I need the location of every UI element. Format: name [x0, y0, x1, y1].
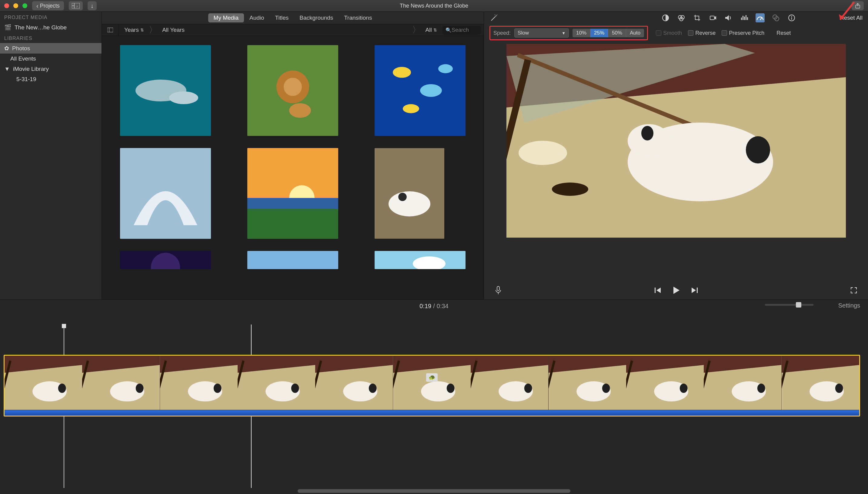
svg-rect-42 [744, 17, 745, 20]
media-grid [102, 36, 484, 299]
speed-reset-button[interactable]: Reset [776, 30, 791, 36]
media-thumb-partial-2[interactable] [247, 251, 338, 269]
sidebar-project-item[interactable]: 🎬 The New…he Globe [0, 22, 102, 33]
speed-25-button[interactable]: 25% [591, 29, 608, 37]
speed-icon[interactable] [756, 13, 765, 22]
svg-text:♪: ♪ [76, 4, 77, 8]
speed-select[interactable]: Slow ▼ [514, 28, 569, 38]
tab-transitions[interactable]: Transitions [339, 13, 377, 22]
search-input[interactable] [452, 27, 479, 33]
svg-point-103 [602, 383, 610, 393]
svg-point-56 [552, 183, 588, 196]
sidebar-date-event-item[interactable]: 5-31-19 [0, 74, 102, 84]
window-title: The News Around the Globe [400, 3, 468, 9]
slow-speed-turtle-badge: 🐢 [426, 373, 438, 382]
prev-frame-button[interactable] [653, 285, 663, 296]
checkbox-icon[interactable] [688, 30, 693, 36]
magic-wand-icon[interactable] [489, 13, 499, 22]
media-thumb-dog-bed[interactable] [375, 148, 444, 239]
color-correction-icon[interactable] [677, 13, 686, 22]
disclosure-triangle-icon[interactable]: ▼ [4, 66, 10, 72]
play-button[interactable] [671, 285, 681, 296]
timeline-clip[interactable]: 🐢 [4, 355, 860, 417]
clip-filter-icon[interactable] [771, 13, 780, 22]
sidebar-all-events-item[interactable]: All Events [0, 54, 102, 64]
chevron-down-icon: ▼ [562, 31, 565, 35]
svg-point-93 [447, 383, 455, 393]
media-thumb-dolphins[interactable] [120, 45, 211, 136]
reverse-checkbox[interactable]: Reverse [688, 30, 716, 36]
stabilization-icon[interactable] [708, 13, 717, 22]
svg-point-12 [284, 78, 302, 96]
preserve-pitch-label: Preserve Pitch [729, 30, 764, 36]
preview-frame[interactable] [506, 44, 846, 238]
tab-backgrounds[interactable]: Backgrounds [294, 13, 339, 22]
media-thumb-ice-arch[interactable] [120, 148, 211, 239]
media-thumb-lions[interactable] [247, 45, 338, 136]
svg-point-49 [791, 16, 792, 17]
tab-audio[interactable]: Audio [244, 13, 270, 22]
sidebar-section-libraries: LIBRARIES [0, 33, 102, 43]
speed-50-button[interactable]: 50% [608, 29, 626, 37]
preview-image [506, 44, 846, 238]
noise-equalizer-icon[interactable] [740, 13, 749, 22]
import-button[interactable]: ↓ [88, 1, 97, 10]
breadcrumb-years[interactable]: Years ⇅ [119, 24, 149, 36]
svg-point-59 [746, 136, 770, 164]
minimize-window-button[interactable] [13, 3, 18, 8]
sidebar-project-name: The New…he Globe [15, 24, 67, 31]
maximize-window-button[interactable] [22, 3, 27, 8]
color-balance-icon[interactable] [661, 13, 670, 22]
timeline-scrollbar[interactable] [297, 489, 571, 493]
sidebar: PROJECT MEDIA 🎬 The New…he Globe LIBRARI… [0, 12, 102, 299]
next-frame-button[interactable] [689, 285, 700, 296]
search-icon: 🔍 [446, 27, 452, 33]
svg-rect-63 [655, 288, 655, 293]
record-voiceover-button[interactable] [493, 285, 503, 296]
media-thumb-partial-3[interactable] [375, 251, 466, 269]
breadcrumb-filter-all[interactable]: All ⇅ [420, 24, 442, 36]
close-window-button[interactable] [4, 3, 9, 8]
sidebar-photos-item[interactable]: ✿ Photos [0, 43, 102, 54]
preserve-pitch-checkbox[interactable]: Preserve Pitch [722, 30, 764, 36]
speed-auto-button[interactable]: Auto [626, 29, 644, 37]
media-thumb-partial-1[interactable] [120, 251, 211, 269]
turtle-icon: 🐢 [429, 375, 435, 380]
browser-tabs: My Media Audio Titles Backgrounds Transi… [102, 12, 484, 24]
zoom-slider[interactable] [765, 304, 813, 306]
sidebar-imovie-library-item[interactable]: ▼ iMovie Library [0, 64, 102, 74]
tab-titles[interactable]: Titles [270, 13, 294, 22]
tab-my-media[interactable]: My Media [208, 13, 244, 22]
svg-point-33 [497, 15, 498, 15]
media-thumb-sunset[interactable] [247, 148, 338, 239]
speed-10-button[interactable]: 10% [573, 29, 591, 37]
browser-breadcrumb-row: Years ⇅ 〉 All Years 〉 All ⇅ 🔍 [102, 24, 484, 36]
timeline-panel: 0:19 / 0:34 Settings 🐢 [0, 300, 868, 494]
timeline-area[interactable]: 🐢 [0, 312, 868, 494]
library-list-toggle-button[interactable]: ♪ [69, 1, 83, 10]
info-icon[interactable] [787, 13, 796, 22]
checkbox-icon[interactable] [722, 30, 727, 36]
breadcrumb-separator-2: 〉 [413, 24, 420, 36]
svg-rect-44 [747, 17, 748, 20]
speed-controls-box: Speed: Slow ▼ 10% 25% 50% Auto [489, 26, 648, 40]
projects-back-button[interactable]: ‹ Projects [32, 1, 64, 10]
svg-point-26 [398, 193, 407, 201]
breadcrumb-all-years[interactable]: All Years [157, 24, 413, 36]
svg-point-18 [438, 64, 453, 73]
content-layout-toggle[interactable] [102, 24, 119, 36]
crop-icon[interactable] [692, 13, 702, 22]
media-thumb-reef[interactable] [375, 45, 466, 136]
volume-icon[interactable] [724, 13, 733, 22]
svg-point-108 [680, 383, 688, 393]
sidebar-date-event-label: 5-31-19 [16, 76, 36, 83]
browser-panel: My Media Audio Titles Backgrounds Transi… [102, 12, 484, 299]
timeline-settings-button[interactable]: Settings [838, 302, 860, 309]
zoom-slider-thumb[interactable] [796, 302, 801, 307]
clip-audio-track[interactable] [4, 410, 859, 416]
time-current: 0:19 [419, 303, 431, 310]
svg-point-34 [494, 15, 495, 15]
search-field[interactable]: 🔍 [442, 26, 481, 35]
fullscreen-button[interactable] [849, 285, 859, 296]
time-display-row: 0:19 / 0:34 Settings [0, 300, 868, 312]
